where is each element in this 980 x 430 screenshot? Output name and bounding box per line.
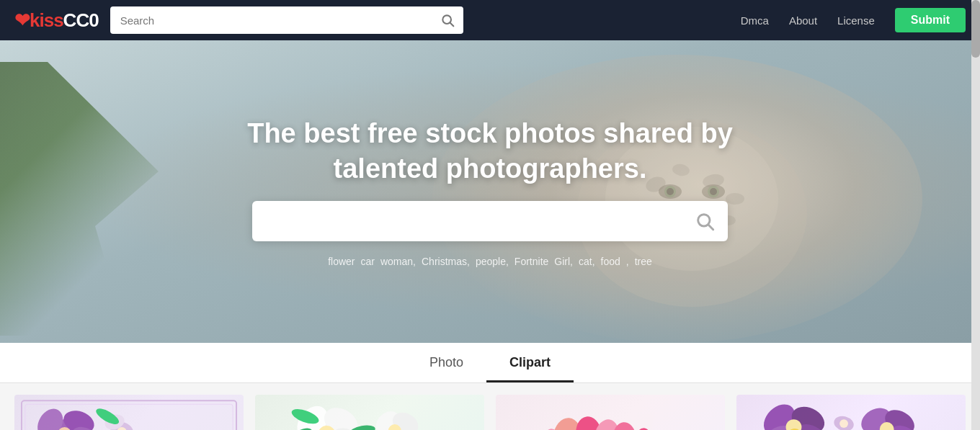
hero-title: The best free stock photos shared by tal… [247, 116, 733, 187]
navbar-search-button[interactable] [432, 13, 463, 27]
hero-search-button[interactable] [682, 211, 728, 231]
gallery-item-3[interactable] [496, 395, 725, 430]
logo[interactable]: ❤kiss CC0 [14, 9, 99, 32]
gallery-item-4[interactable] [736, 395, 966, 430]
logo-kiss: ❤kiss [14, 9, 63, 32]
hero-tag-flower[interactable]: flower [328, 256, 355, 267]
navbar-search-input[interactable] [110, 14, 432, 27]
svg-line-21 [708, 225, 713, 230]
hero-search-icon [695, 211, 715, 231]
gallery-image-2 [255, 395, 484, 430]
hero-section: The best free stock photos shared by tal… [0, 40, 980, 343]
hero-tag-fortnite[interactable]: Fortnite [514, 256, 548, 267]
hero-tag-food[interactable]: food [601, 256, 620, 267]
nav-dmca[interactable]: Dmca [741, 14, 769, 27]
hero-tag-cat[interactable]: cat, [579, 256, 595, 267]
tabs-section: Photo Clipart [0, 343, 980, 383]
logo-cc0-text: CC0 [63, 9, 99, 32]
svg-point-54 [633, 426, 653, 430]
nav-license[interactable]: License [837, 14, 875, 27]
hero-search-bar [252, 201, 728, 241]
hero-tag-car[interactable]: car [361, 256, 375, 267]
tab-clipart[interactable]: Clipart [486, 345, 574, 382]
navbar-search-bar [110, 6, 463, 34]
svg-point-73 [839, 419, 848, 428]
gallery [0, 383, 980, 430]
svg-line-1 [450, 23, 453, 27]
nav-about[interactable]: About [789, 14, 817, 27]
hero-tag-tree[interactable]: tree [635, 256, 652, 267]
navbar: ❤kiss CC0 Dmca About License Submit [0, 0, 980, 40]
gallery-item-1[interactable] [14, 395, 244, 430]
hero-tag-separator: , [626, 256, 629, 267]
nav-links: Dmca About License Submit [741, 8, 966, 32]
gallery-image-3 [496, 395, 725, 430]
gallery-image-1 [14, 395, 244, 430]
hero-tag-christmas[interactable]: Christmas, [422, 256, 470, 267]
navbar-search-icon [440, 13, 455, 27]
scrollbar[interactable] [971, 0, 980, 430]
gallery-item-2[interactable] [255, 395, 484, 430]
scrollbar-thumb[interactable] [971, 0, 980, 58]
logo-kiss-text: kiss [30, 9, 63, 31]
hero-search-input[interactable] [252, 214, 682, 228]
hero-tags: flower car woman, Christmas, people, For… [328, 256, 652, 267]
gallery-image-4 [736, 395, 966, 430]
hero-content: The best free stock photos shared by tal… [0, 116, 980, 268]
submit-button[interactable]: Submit [895, 8, 966, 32]
hero-title-line1: The best free stock photos shared by [247, 118, 733, 148]
hero-tag-people[interactable]: people, [476, 256, 509, 267]
tab-photo[interactable]: Photo [406, 345, 486, 382]
hero-tag-woman[interactable]: woman, [380, 256, 416, 267]
tabs-container: Photo Clipart [406, 345, 574, 382]
hero-title-line2: talented photographers. [334, 153, 647, 184]
hero-tag-girl[interactable]: Girl, [554, 256, 573, 267]
